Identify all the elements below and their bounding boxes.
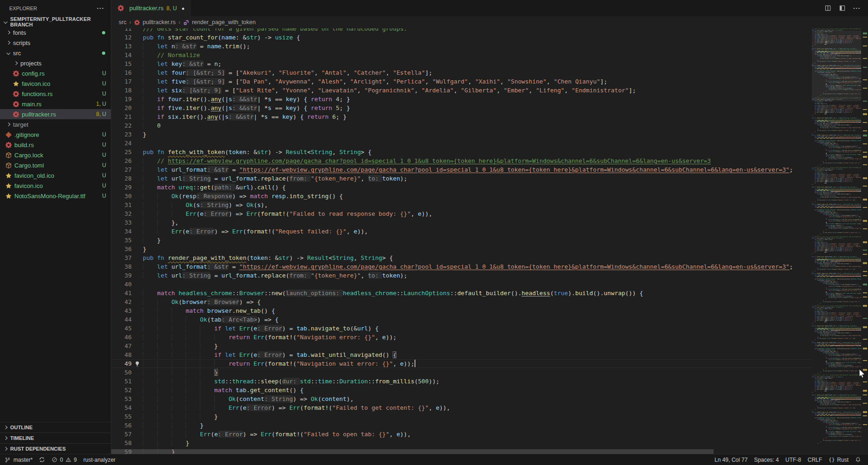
tree-item-notosansmono-regular-ttf[interactable]: NotoSansMono-Regular.ttfU bbox=[0, 191, 111, 201]
tree-item-favicon-ico[interactable]: favicon.icoU bbox=[0, 181, 111, 191]
line-number[interactable]: 38 bbox=[111, 262, 132, 271]
code-line[interactable]: 26 // https://ef-webview.gryphline.com/p… bbox=[111, 156, 812, 165]
code-line[interactable]: 45 if let Err(e: Error) = tab.navigate_t… bbox=[111, 324, 812, 333]
code-line[interactable]: 39 let url: String = url_format.replace(… bbox=[111, 271, 812, 280]
code-line[interactable]: 12pub fn star_count_for(name: &str) -> u… bbox=[111, 33, 812, 42]
code-line[interactable]: 21 if six.iter().any(|s: &&str| *s == ke… bbox=[111, 112, 812, 121]
line-number[interactable]: 18 bbox=[111, 86, 132, 95]
timeline-section[interactable]: TIMELINE bbox=[0, 433, 111, 443]
line-number[interactable]: 52 bbox=[111, 386, 132, 394]
code-line[interactable]: 42 Ok(browser: Browser) => { bbox=[111, 297, 812, 306]
code-line[interactable]: 55 } bbox=[111, 412, 812, 421]
line-number[interactable]: 32 bbox=[111, 209, 132, 218]
tree-item-fonts[interactable]: fonts bbox=[0, 27, 111, 38]
encoding-setting[interactable]: UTF-8 bbox=[782, 454, 804, 465]
line-number[interactable]: 30 bbox=[111, 192, 132, 200]
code-line[interactable]: 18 let six: [&str; 9] = ["Last Rite", "Y… bbox=[111, 86, 812, 95]
code-line[interactable]: 27 let url_format: &str = "https://ef-we… bbox=[111, 165, 812, 174]
tree-item-cargo-toml[interactable]: Cargo.tomlU bbox=[0, 160, 111, 170]
line-number[interactable]: 26 bbox=[111, 156, 132, 165]
code-area[interactable]: 11/// Gets star count for a given parsed… bbox=[111, 28, 812, 454]
tree-item-cargo-lock[interactable]: Cargo.lockU bbox=[0, 150, 111, 160]
breadcrumb-file[interactable]: pulltracker.rs bbox=[143, 19, 176, 26]
tree-item-src[interactable]: src bbox=[0, 48, 111, 58]
minimap[interactable]: /// Gets star count for a given parsed n… bbox=[812, 28, 861, 454]
problems-indicator[interactable]: 0 9 bbox=[48, 454, 80, 465]
rust-analyzer-status[interactable]: rust-analyzer bbox=[80, 454, 119, 465]
code-line[interactable]: 11/// Gets star count for a given parsed… bbox=[111, 28, 812, 33]
tree-item-pulltracker-rs[interactable]: pulltracker.rs8,U bbox=[0, 109, 111, 119]
code-line[interactable]: 30 Ok(resp: Response) => match resp.into… bbox=[111, 192, 812, 200]
tree-item-functions-rs[interactable]: functions.rsU bbox=[0, 89, 111, 99]
code-line[interactable]: 44 Ok(tab: Arc<Tab>) => { bbox=[111, 315, 812, 324]
eol-setting[interactable]: CRLF bbox=[804, 454, 825, 465]
line-number[interactable]: 15 bbox=[111, 59, 132, 68]
code-line[interactable]: 49 return Err(format!("Navigation wait e… bbox=[111, 359, 812, 368]
line-number[interactable]: 42 bbox=[111, 297, 132, 306]
code-line[interactable]: 53 Ok(content: String) => Ok(content), bbox=[111, 394, 812, 403]
line-number[interactable]: 54 bbox=[111, 403, 132, 412]
editor-layout-icon[interactable] bbox=[839, 5, 846, 12]
rust-dependencies-section[interactable]: RUST DEPENDENCIES bbox=[0, 443, 111, 454]
tree-item-favicon-old-ico[interactable]: favicon_old.icoU bbox=[0, 170, 111, 181]
lightbulb-icon[interactable] bbox=[132, 359, 143, 368]
line-number[interactable]: 40 bbox=[111, 280, 132, 289]
line-number[interactable]: 27 bbox=[111, 165, 132, 174]
language-mode[interactable]: {} Rust bbox=[825, 454, 852, 465]
line-number[interactable]: 28 bbox=[111, 174, 132, 183]
code-line[interactable]: 37pub fn render_page_with_token(token: &… bbox=[111, 253, 812, 262]
line-number[interactable]: 53 bbox=[111, 394, 132, 403]
line-number[interactable]: 12 bbox=[111, 33, 132, 42]
breadcrumb-folder[interactable]: src bbox=[119, 19, 127, 26]
unsaved-dot-icon[interactable]: ● bbox=[181, 6, 185, 11]
line-number[interactable]: 50 bbox=[111, 368, 132, 377]
line-number[interactable]: 20 bbox=[111, 103, 132, 112]
line-number[interactable]: 23 bbox=[111, 130, 132, 139]
line-number[interactable]: 31 bbox=[111, 200, 132, 209]
line-number[interactable]: 48 bbox=[111, 350, 132, 359]
code-line[interactable]: 19 if four.iter().any(|s: &&str| *s == k… bbox=[111, 95, 812, 103]
line-number[interactable]: 41 bbox=[111, 289, 132, 297]
line-number[interactable]: 36 bbox=[111, 245, 132, 253]
git-branch-indicator[interactable]: master* bbox=[2, 454, 36, 465]
tree-item-target[interactable]: target bbox=[0, 119, 111, 129]
code-line[interactable]: 40 bbox=[111, 280, 812, 289]
line-number[interactable]: 29 bbox=[111, 183, 132, 192]
line-number[interactable]: 46 bbox=[111, 333, 132, 342]
line-number[interactable]: 37 bbox=[111, 253, 132, 262]
tree-item-scripts[interactable]: scripts bbox=[0, 38, 111, 48]
code-line[interactable]: 25pub fn fetch_with_token(token: &str) -… bbox=[111, 148, 812, 156]
code-line[interactable]: 17 let five: [&str; 9] = ["Da Pan", "Avy… bbox=[111, 77, 812, 86]
line-number[interactable]: 14 bbox=[111, 51, 132, 59]
code-line[interactable]: 35 } bbox=[111, 236, 812, 245]
tree-item-build-rs[interactable]: build.rsU bbox=[0, 140, 111, 150]
tree-item-main-rs[interactable]: main.rs1,U bbox=[0, 99, 111, 109]
tree-item-config-rs[interactable]: config.rsU bbox=[0, 68, 111, 78]
code-line[interactable]: 31 Ok(s: String) => Ok(s), bbox=[111, 200, 812, 209]
code-line[interactable]: 24 bbox=[111, 139, 812, 148]
tree-item-projects[interactable]: projects bbox=[0, 58, 111, 68]
line-number[interactable]: 22 bbox=[111, 121, 132, 130]
line-number[interactable]: 17 bbox=[111, 77, 132, 86]
breadcrumb-symbol[interactable]: render_page_with_token bbox=[192, 19, 256, 26]
line-number[interactable]: 39 bbox=[111, 271, 132, 280]
horizontal-scrollbar[interactable] bbox=[111, 449, 714, 454]
minimap-slider[interactable] bbox=[812, 31, 861, 101]
code-line[interactable]: 48 if let Err(e: Error) = tab.wait_until… bbox=[111, 350, 812, 359]
line-number[interactable]: 35 bbox=[111, 236, 132, 245]
sync-changes-button[interactable] bbox=[36, 454, 48, 465]
tree-item--gitignore[interactable]: .gitignoreU bbox=[0, 129, 111, 140]
code-line[interactable]: 56 } bbox=[111, 421, 812, 430]
code-line[interactable]: 57 Err(e: Error) => Err(format!("Failed … bbox=[111, 430, 812, 439]
cursor-position[interactable]: Ln 49, Col 77 bbox=[711, 454, 751, 465]
line-number[interactable]: 45 bbox=[111, 324, 132, 333]
line-number[interactable]: 16 bbox=[111, 68, 132, 77]
workspace-section-header[interactable]: SEMPITERNITY_PULLTRACKER BRANCH bbox=[0, 16, 111, 27]
code-line[interactable]: 34 Err(e: Error) => Err(format!("Request… bbox=[111, 227, 812, 236]
code-line[interactable]: 20 if five.iter().any(|s: &&str| *s == k… bbox=[111, 103, 812, 112]
line-number[interactable]: 55 bbox=[111, 412, 132, 421]
code-line[interactable]: 13 let n: &str = name.trim(); bbox=[111, 42, 812, 51]
outline-section[interactable]: OUTLINE bbox=[0, 422, 111, 433]
code-line[interactable]: 16 let four: [&str; 5] = ["Akekuri", "Fl… bbox=[111, 68, 812, 77]
notifications-button[interactable] bbox=[852, 454, 864, 465]
